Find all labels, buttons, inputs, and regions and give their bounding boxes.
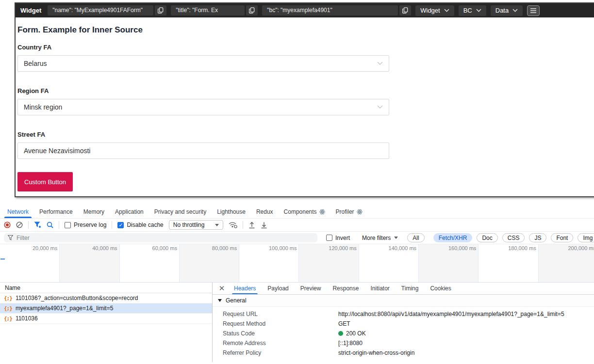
general-key: Request Method bbox=[223, 320, 338, 327]
details-tab-cookies[interactable]: Cookies bbox=[424, 283, 457, 294]
details-tab-preview[interactable]: Preview bbox=[295, 283, 327, 294]
network-main: Name 1101036?_action=customButton&scope=… bbox=[0, 283, 594, 362]
region-select[interactable]: Minsk region bbox=[17, 99, 389, 115]
filter-type-fetch-xhr[interactable]: Fetch/XHR bbox=[433, 233, 473, 242]
timeline-tick: 20,000 ms bbox=[0, 244, 60, 282]
general-value: 200 OK bbox=[338, 330, 366, 337]
general-value: GET bbox=[338, 320, 350, 327]
invert-checkbox[interactable]: Invert bbox=[326, 235, 350, 241]
invert-label: Invert bbox=[335, 235, 350, 241]
street-label: Street FA bbox=[17, 131, 588, 138]
throttling-select[interactable]: No throttling bbox=[169, 220, 223, 230]
tab-profiler[interactable]: Profiler bbox=[330, 206, 368, 218]
widget-name-chip: "name": "MyExample4901FAForm" bbox=[48, 5, 166, 16]
preserve-log-checkbox[interactable]: Preserve log bbox=[65, 222, 106, 228]
widget-title-value[interactable]: "title": "Form. Ex bbox=[171, 5, 245, 16]
toolbar-divider bbox=[59, 221, 59, 229]
request-row-selected[interactable]: myexamplefa4901?_page=1&_limit=5 bbox=[0, 303, 212, 314]
general-key: Status Code bbox=[223, 330, 338, 337]
details-tab-timing[interactable]: Timing bbox=[396, 283, 425, 294]
tab-application[interactable]: Application bbox=[110, 206, 149, 218]
request-name: 1101036 bbox=[16, 315, 38, 322]
tab-components[interactable]: Components bbox=[279, 206, 330, 218]
export-har-icon[interactable] bbox=[261, 222, 267, 229]
widget-name-value[interactable]: "name": "MyExample4901FAForm" bbox=[48, 5, 153, 16]
request-row[interactable]: 1101036 bbox=[0, 314, 212, 324]
region-label: Region FA bbox=[17, 87, 588, 95]
copy-icon[interactable] bbox=[155, 5, 166, 16]
disable-cache-checkbox[interactable]: Disable cache bbox=[117, 222, 163, 228]
details-tab-initiator[interactable]: Initiator bbox=[364, 283, 395, 294]
funnel-icon bbox=[8, 235, 13, 240]
tab-lighthouse[interactable]: Lighthouse bbox=[212, 206, 251, 218]
search-icon[interactable] bbox=[47, 222, 53, 228]
general-value[interactable]: http://localhost:8080/api/v1/data/myexam… bbox=[338, 311, 564, 317]
preserve-log-label: Preserve log bbox=[74, 222, 106, 228]
timeline-tick: 100,000 ms bbox=[239, 244, 299, 282]
close-icon[interactable]: ✕ bbox=[215, 283, 228, 294]
widget-window: Widget "name": "MyExample4901FAForm" "ti… bbox=[15, 2, 594, 197]
status-ok-dot-icon bbox=[338, 331, 343, 336]
details-tab-headers[interactable]: Headers bbox=[228, 283, 262, 294]
general-key: Referrer Policy bbox=[223, 349, 338, 356]
general-section-label: General bbox=[226, 297, 247, 304]
tab-network[interactable]: Network bbox=[2, 206, 34, 218]
checkbox-unchecked-icon bbox=[65, 222, 71, 228]
widget-dropdown[interactable]: Widget bbox=[415, 5, 454, 16]
widget-bc-value[interactable]: "bc": "myexamplefa4901" bbox=[262, 5, 398, 16]
timeline-tick: 80,000 ms bbox=[180, 244, 239, 282]
general-section-header[interactable]: General bbox=[213, 295, 594, 307]
checkbox-checked-icon bbox=[117, 222, 124, 228]
tab-performance[interactable]: Performance bbox=[34, 206, 78, 218]
general-value: strict-origin-when-cross-origin bbox=[338, 349, 414, 356]
details-tab-response[interactable]: Response bbox=[327, 283, 364, 294]
more-filters-dropdown[interactable]: More filters bbox=[362, 235, 398, 241]
record-icon[interactable] bbox=[4, 222, 11, 228]
request-name: 1101036?_action=customButton&scope=recor… bbox=[16, 295, 138, 301]
chevron-down-icon bbox=[377, 105, 383, 109]
request-row[interactable]: 1101036?_action=customButton&scope=recor… bbox=[0, 293, 212, 303]
filter-type-css[interactable]: CSS bbox=[502, 233, 525, 242]
form-title: Form. Example for Inner Source bbox=[17, 25, 588, 35]
devtools-panel: Network Performance Memory Application P… bbox=[0, 206, 594, 364]
checkbox-unchecked-icon bbox=[326, 235, 332, 241]
filter-type-img[interactable]: Img bbox=[578, 233, 594, 242]
filter-funnel-icon[interactable] bbox=[34, 222, 41, 228]
general-row: Referrer Policy strict-origin-when-cross… bbox=[213, 348, 594, 358]
data-dropdown-label: Data bbox=[495, 7, 509, 14]
filter-type-doc[interactable]: Doc bbox=[477, 233, 497, 242]
country-select[interactable]: Belarus bbox=[17, 55, 389, 72]
network-conditions-icon[interactable] bbox=[229, 222, 237, 228]
menu-icon[interactable] bbox=[527, 5, 540, 16]
widget-dropdown-label: Widget bbox=[420, 7, 440, 14]
clear-icon[interactable] bbox=[16, 222, 23, 228]
filter-type-js[interactable]: JS bbox=[529, 233, 546, 242]
requests-name-header[interactable]: Name bbox=[0, 283, 212, 293]
details-tab-bar: ✕ Headers Payload Preview Response Initi… bbox=[213, 283, 594, 295]
general-section-body: Request URL http://localhost:8080/api/v1… bbox=[213, 307, 594, 358]
filter-type-font[interactable]: Font bbox=[551, 233, 573, 242]
bc-dropdown[interactable]: BC bbox=[459, 5, 486, 16]
network-overview-timeline[interactable]: 20,000 ms 40,000 ms 60,000 ms 80,000 ms … bbox=[0, 244, 594, 283]
overview-activity-bar bbox=[0, 258, 5, 260]
data-dropdown[interactable]: Data bbox=[491, 5, 523, 16]
tab-privacy-and-security[interactable]: Privacy and security bbox=[149, 206, 212, 218]
general-row: Remote Address [::1]:8080 bbox=[213, 338, 594, 348]
street-input[interactable]: Avenue Nezavisimosti bbox=[17, 142, 389, 159]
timeline-tick: 140,000 ms bbox=[359, 244, 419, 282]
requests-table: Name 1101036?_action=customButton&scope=… bbox=[0, 283, 213, 362]
tab-memory[interactable]: Memory bbox=[78, 206, 110, 218]
filter-type-all[interactable]: All bbox=[407, 233, 424, 242]
tab-redux[interactable]: Redux bbox=[251, 206, 279, 218]
details-tab-payload[interactable]: Payload bbox=[262, 283, 294, 294]
country-label: Country FA bbox=[17, 44, 588, 51]
import-har-icon[interactable] bbox=[248, 222, 255, 229]
street-value: Avenue Nezavisimosti bbox=[24, 147, 90, 155]
copy-icon[interactable] bbox=[246, 5, 258, 16]
custom-button[interactable]: Custom Button bbox=[17, 172, 73, 191]
widget-title-chip: "title": "Form. Ex bbox=[171, 5, 258, 16]
copy-icon[interactable] bbox=[399, 5, 411, 16]
filter-input[interactable]: Filter bbox=[4, 233, 317, 242]
toolbar-divider bbox=[112, 221, 112, 229]
disable-cache-label: Disable cache bbox=[127, 222, 163, 228]
